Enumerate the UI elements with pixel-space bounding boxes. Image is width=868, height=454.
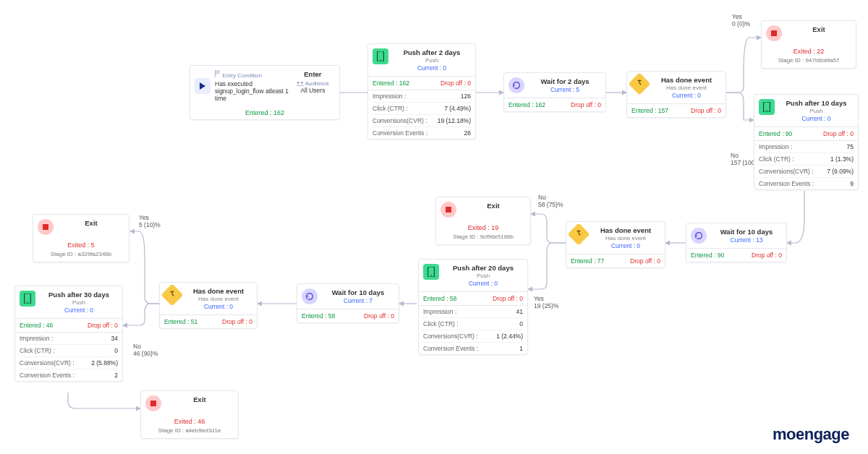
enter-node[interactable]: Entry Condition Has executed signup_logi… bbox=[190, 65, 340, 120]
push30-title: Push after 30 days bbox=[40, 291, 118, 299]
push-20-days-node[interactable]: Push after 20 days Push Current : 0 Ente… bbox=[418, 259, 528, 355]
wait-10b-node[interactable]: Wait for 10 days Current : 7 Entered : 5… bbox=[297, 283, 399, 323]
exit-left-node[interactable]: Exit Exited : 5 Stage ID : a329fa2348b bbox=[33, 214, 129, 262]
exit-mid-exited: Exited : 19 bbox=[436, 222, 530, 231]
push30-rows: Impression :34Click (CTR) :0Conversions(… bbox=[15, 332, 122, 381]
stop-icon bbox=[38, 219, 54, 235]
push20-rows: Impression :41Click (CTR) :0Conversions(… bbox=[419, 305, 527, 354]
touch-event-icon bbox=[161, 283, 183, 306]
event1-entered: Entered : 157 bbox=[631, 107, 668, 114]
branch-no-left: No 46 (90)% bbox=[133, 343, 158, 357]
event3-title: Has done event bbox=[184, 287, 252, 295]
enter-title: Enter bbox=[291, 70, 335, 78]
branch-yes-left: Yes 5 (10)% bbox=[139, 214, 161, 228]
wait2-dropoff: Drop off : 0 bbox=[571, 101, 601, 108]
wait10a-entered: Entered : 90 bbox=[691, 252, 724, 259]
audience-icon bbox=[297, 80, 304, 87]
exit-top-node[interactable]: Exit Exited : 22 Stage ID : 947b6b6fa57 bbox=[761, 20, 856, 69]
exit-mid-title: Exit bbox=[461, 202, 526, 210]
clock-refresh-icon bbox=[509, 77, 524, 93]
wait10b-title: Wait for 10 days bbox=[322, 288, 394, 296]
push30-sub: Push bbox=[40, 299, 118, 306]
wait2-title: Wait for 2 days bbox=[529, 77, 601, 85]
push10-sub: Push bbox=[779, 108, 854, 114]
enter-entered: Entered : 162 bbox=[190, 106, 339, 119]
event3-dropoff: Drop off : 0 bbox=[222, 318, 252, 325]
push30-entered: Entered : 46 bbox=[20, 322, 53, 329]
exit-bottom-stage: Stage ID : a4eb9ed3d1e bbox=[141, 425, 238, 438]
event2-title: Has done event bbox=[591, 226, 660, 234]
stop-icon bbox=[766, 25, 782, 41]
push2-sub: Push bbox=[393, 57, 471, 64]
svg-point-5 bbox=[766, 110, 767, 111]
push10-title: Push after 10 days bbox=[779, 99, 854, 107]
event-2-node[interactable]: Has done event Has done event Current : … bbox=[566, 221, 665, 268]
push20-title: Push after 20 days bbox=[443, 264, 523, 272]
svg-point-3 bbox=[380, 59, 380, 60]
push10-current: Current : 0 bbox=[779, 115, 854, 122]
exit-left-exited: Exited : 5 bbox=[33, 239, 129, 249]
push2-rows: Impression :126Click (CTR) :7 (4.49%)Con… bbox=[368, 90, 475, 139]
push30-current: Current : 0 bbox=[40, 307, 118, 314]
exit-bottom-node[interactable]: Exit Exited : 46 Stage ID : a4eb9ed3d1e bbox=[140, 390, 239, 439]
stop-icon bbox=[441, 202, 456, 218]
wait2-entered: Entered : 162 bbox=[509, 101, 545, 108]
clock-refresh-icon bbox=[302, 288, 318, 304]
wait-10a-node[interactable]: Wait for 10 days Current : 13 Entered : … bbox=[686, 223, 787, 262]
entry-condition: Has executed signup_login_flow atleast 1… bbox=[215, 80, 291, 102]
flag-icon bbox=[215, 72, 221, 79]
svg-point-1 bbox=[301, 82, 303, 84]
push-2-days-node[interactable]: Push after 2 days Push Current : 0 Enter… bbox=[367, 43, 476, 140]
event1-title: Has done event bbox=[652, 76, 721, 84]
moengage-logo: moengage bbox=[773, 425, 849, 444]
push20-current: Current : 0 bbox=[443, 280, 523, 287]
exit-top-stage: Stage ID : 947b6b6fa57 bbox=[762, 55, 856, 68]
exit-top-exited: Exited : 22 bbox=[762, 46, 856, 55]
flow-canvas[interactable]: Entry Condition Has executed signup_logi… bbox=[0, 0, 868, 454]
wait10b-dropoff: Drop off : 0 bbox=[364, 312, 394, 320]
push2-dropoff: Drop off : 0 bbox=[441, 80, 471, 87]
branch-no-mid: No 58 (75)% bbox=[538, 194, 563, 208]
touch-event-icon bbox=[628, 72, 650, 95]
wait2-current: Current : 5 bbox=[529, 86, 601, 93]
clock-refresh-icon bbox=[691, 228, 707, 244]
stop-icon bbox=[145, 395, 161, 411]
wait10a-dropoff: Drop off : 0 bbox=[752, 252, 782, 259]
push20-dropoff: Drop off : 0 bbox=[493, 295, 523, 302]
event3-current: Current : 0 bbox=[184, 303, 252, 310]
exit-left-title: Exit bbox=[58, 219, 124, 227]
event2-sub: Has done event bbox=[591, 235, 660, 241]
push20-entered: Entered : 58 bbox=[423, 295, 456, 302]
push-30-days-node[interactable]: Push after 30 days Push Current : 0 Ente… bbox=[14, 286, 123, 382]
event1-sub: Has done event bbox=[652, 85, 721, 91]
mobile-icon bbox=[20, 291, 35, 307]
exit-bottom-exited: Exited : 46 bbox=[141, 416, 238, 425]
event2-dropoff: Drop off : 0 bbox=[630, 257, 660, 265]
svg-point-9 bbox=[27, 301, 27, 302]
push2-entered: Entered : 162 bbox=[373, 80, 409, 87]
event1-dropoff: Drop off : 0 bbox=[691, 107, 721, 114]
mobile-icon bbox=[423, 264, 439, 280]
exit-bottom-title: Exit bbox=[166, 395, 234, 403]
wait10a-title: Wait for 10 days bbox=[711, 228, 782, 236]
play-icon bbox=[195, 78, 210, 94]
svg-point-0 bbox=[297, 82, 299, 84]
push30-dropoff: Drop off : 0 bbox=[88, 322, 118, 329]
entry-label: Entry Condition bbox=[222, 72, 262, 79]
exit-mid-node[interactable]: Exit Exited : 19 Stage ID : 9cf90e5186b bbox=[435, 197, 531, 245]
wait-2-days-node[interactable]: Wait for 2 days Current : 5 Entered : 16… bbox=[503, 72, 606, 112]
wait10b-current: Current : 7 bbox=[322, 297, 394, 304]
exit-left-stage: Stage ID : a329fa2348b bbox=[33, 249, 129, 262]
mobile-icon bbox=[373, 48, 388, 64]
audience-label: Audience bbox=[305, 80, 329, 87]
event-3-node[interactable]: Has done event Has done event Current : … bbox=[159, 282, 258, 329]
push10-entered: Entered : 90 bbox=[759, 130, 792, 137]
event-1-node[interactable]: Has done event Has done event Current : … bbox=[626, 71, 726, 118]
push20-sub: Push bbox=[443, 273, 523, 279]
audience-value: All Users bbox=[291, 87, 335, 94]
event2-entered: Entered : 77 bbox=[571, 257, 604, 265]
exit-top-title: Exit bbox=[786, 25, 851, 33]
push2-current: Current : 0 bbox=[393, 64, 471, 72]
branch-yes-top: Yes 0 (0)% bbox=[732, 13, 750, 27]
push-10-days-node[interactable]: Push after 10 days Push Current : 0 Ente… bbox=[754, 94, 859, 190]
